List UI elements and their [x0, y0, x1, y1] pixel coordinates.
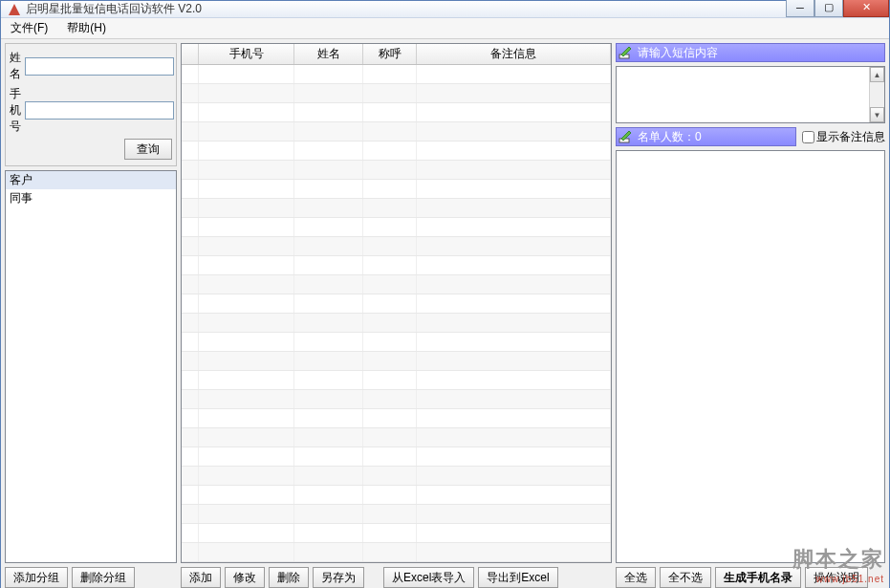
app-icon: [7, 2, 22, 17]
table-row[interactable]: [182, 122, 611, 142]
table-row[interactable]: [182, 275, 611, 294]
sms-panel-header: 请输入短信内容: [616, 43, 885, 62]
grid-header-phone[interactable]: 手机号: [199, 44, 294, 64]
right-column: 请输入短信内容 ▲ ▼ 名单人数：0 显示备注信息: [616, 43, 885, 563]
menubar: 文件(F) 帮助(H): [1, 18, 889, 39]
middle-column: 手机号 姓名 称呼 备注信息: [181, 43, 612, 563]
table-row[interactable]: [182, 447, 611, 467]
left-column: 姓 名 手机号 查询 客户 同事: [5, 43, 177, 563]
name-list[interactable]: [616, 150, 885, 563]
export-excel-button[interactable]: 导出到Excel: [478, 567, 557, 588]
table-row[interactable]: [182, 333, 611, 352]
table-row[interactable]: [182, 256, 611, 275]
phone-input[interactable]: [25, 101, 174, 120]
table-row[interactable]: [182, 218, 611, 237]
saveas-button[interactable]: 另存为: [313, 567, 364, 588]
table-row[interactable]: [182, 486, 611, 505]
contacts-grid[interactable]: 手机号 姓名 称呼 备注信息: [181, 43, 612, 563]
group-list[interactable]: 客户 同事: [5, 170, 177, 563]
sms-textarea[interactable]: ▲ ▼: [616, 66, 885, 123]
table-row[interactable]: [182, 103, 611, 122]
table-row[interactable]: [182, 524, 611, 543]
table-row[interactable]: [182, 505, 611, 524]
add-button[interactable]: 添加: [181, 567, 221, 588]
group-item[interactable]: 同事: [6, 189, 176, 207]
titlebar: 启明星批量短信电话回访软件 V2.0 ─ ▢ ✕: [1, 1, 889, 18]
add-group-button[interactable]: 添加分组: [5, 567, 68, 588]
minimize-button[interactable]: ─: [786, 0, 814, 17]
table-row[interactable]: [182, 180, 611, 199]
menu-file[interactable]: 文件(F): [5, 18, 54, 38]
show-note-label: 显示备注信息: [816, 129, 885, 145]
show-note-checkbox[interactable]: [802, 131, 814, 143]
table-row[interactable]: [182, 199, 611, 218]
grid-header-name[interactable]: 姓名: [294, 44, 363, 64]
window-controls: ─ ▢ ✕: [786, 0, 889, 17]
grid-header-salutation[interactable]: 称呼: [363, 44, 417, 64]
namelist-panel-header: 名单人数：0: [616, 127, 796, 146]
name-label: 姓 名: [10, 50, 21, 82]
search-panel: 姓 名 手机号 查询: [5, 43, 177, 166]
window-title: 启明星批量短信电话回访软件 V2.0: [26, 1, 786, 17]
delete-group-button[interactable]: 删除分组: [72, 567, 135, 588]
grid-header-note[interactable]: 备注信息: [417, 44, 611, 64]
table-row[interactable]: [182, 543, 611, 562]
grid-header: 手机号 姓名 称呼 备注信息: [182, 44, 611, 65]
edit-icon: [619, 129, 634, 144]
table-row[interactable]: [182, 294, 611, 314]
namelist-count-text: 名单人数：0: [638, 129, 702, 145]
delete-button[interactable]: 删除: [269, 567, 309, 588]
name-input[interactable]: [25, 57, 174, 76]
help-button[interactable]: 操作说明: [805, 567, 868, 588]
scroll-up-icon[interactable]: ▲: [870, 67, 884, 82]
show-note-checkbox-wrap[interactable]: 显示备注信息: [802, 129, 885, 145]
bottom-toolbar: 添加分组 删除分组 添加 修改 删除 另存为 从Excel表导入 导出到Exce…: [1, 567, 889, 588]
table-row[interactable]: [182, 428, 611, 447]
select-all-button[interactable]: 全选: [616, 567, 656, 588]
grid-header-rowhead[interactable]: [182, 44, 199, 64]
table-row[interactable]: [182, 352, 611, 371]
menu-help[interactable]: 帮助(H): [61, 18, 112, 38]
app-window: 启明星批量短信电话回访软件 V2.0 ─ ▢ ✕ 文件(F) 帮助(H) 姓 名…: [0, 0, 890, 588]
sms-header-text: 请输入短信内容: [638, 45, 718, 61]
phone-label: 手机号: [10, 86, 21, 135]
table-row[interactable]: [182, 65, 611, 84]
grid-body[interactable]: [182, 65, 611, 562]
maximize-button[interactable]: ▢: [814, 0, 843, 17]
close-button[interactable]: ✕: [843, 0, 889, 17]
select-none-button[interactable]: 全不选: [660, 567, 711, 588]
table-row[interactable]: [182, 390, 611, 409]
scroll-down-icon[interactable]: ▼: [870, 107, 884, 122]
sms-scrollbar[interactable]: ▲ ▼: [869, 67, 884, 122]
table-row[interactable]: [182, 84, 611, 103]
namelist-header-row: 名单人数：0 显示备注信息: [616, 127, 885, 146]
import-excel-button[interactable]: 从Excel表导入: [383, 567, 474, 588]
edit-icon: [619, 45, 634, 60]
edit-button[interactable]: 修改: [225, 567, 265, 588]
generate-phone-list-button[interactable]: 生成手机名录: [715, 567, 801, 588]
table-row[interactable]: [182, 142, 611, 161]
query-button[interactable]: 查询: [124, 139, 172, 160]
table-row[interactable]: [182, 161, 611, 180]
table-row[interactable]: [182, 467, 611, 486]
table-row[interactable]: [182, 409, 611, 428]
content-area: 姓 名 手机号 查询 客户 同事 手机号: [1, 39, 889, 567]
table-row[interactable]: [182, 237, 611, 256]
group-item[interactable]: 客户: [6, 171, 176, 189]
table-row[interactable]: [182, 314, 611, 333]
table-row[interactable]: [182, 371, 611, 390]
